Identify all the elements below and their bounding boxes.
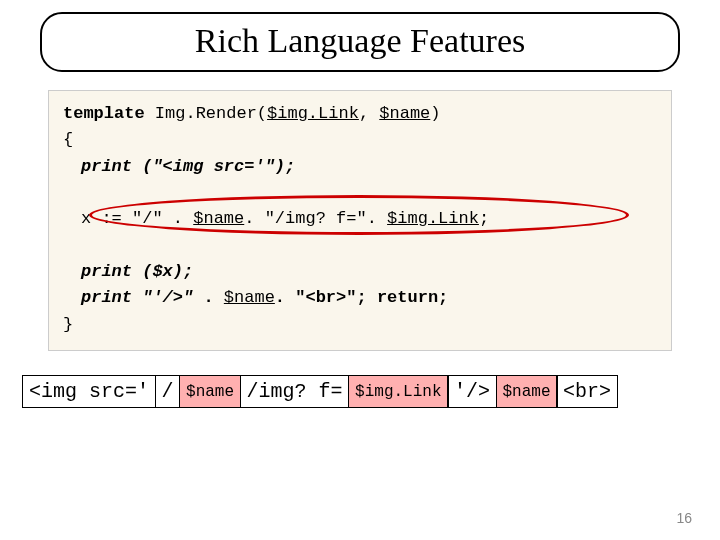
code-line-9: } xyxy=(63,312,657,338)
out-cell-name: $name xyxy=(179,375,241,408)
param-name: $name xyxy=(379,104,430,123)
code-line-5: x := "/" . $name. "/img? f=". $img.Link; xyxy=(63,206,657,232)
var-name: $name xyxy=(193,209,244,228)
code-line-1: template Img.Render($img.Link, $name) xyxy=(63,101,657,127)
code-block: template Img.Render($img.Link, $name) { … xyxy=(48,90,672,351)
output-sequence: <img src=' / $name /img? f= $img.Link '/… xyxy=(22,375,698,408)
out-cell-imgsrc: <img src=' xyxy=(22,375,156,408)
code-line-7: print ($x); xyxy=(63,259,657,285)
fn-print: print xyxy=(81,157,132,176)
title-box: Rich Language Features xyxy=(40,12,680,72)
fn-print: print xyxy=(81,288,132,307)
out-cell-imgq: /img? f= xyxy=(240,375,350,408)
keyword-template: template xyxy=(63,104,145,123)
code-blank-1 xyxy=(63,180,657,206)
code-line-8: print "'/>" . $name. "<br>"; return; xyxy=(63,285,657,311)
page-number: 16 xyxy=(676,510,692,526)
out-cell-br: <br> xyxy=(556,375,618,408)
page-title: Rich Language Features xyxy=(195,22,525,59)
param-imglink: $img.Link xyxy=(267,104,359,123)
out-cell-name2: $name xyxy=(496,375,558,408)
code-line-2: { xyxy=(63,127,657,153)
var-name: $name xyxy=(224,288,275,307)
fn-print: print xyxy=(81,262,132,281)
code-line-3: print ("<img src='"); xyxy=(63,154,657,180)
out-cell-imglink: $img.Link xyxy=(348,375,448,408)
code-blank-2 xyxy=(63,233,657,259)
out-cell-slash: / xyxy=(155,375,181,408)
var-imglink: $img.Link xyxy=(387,209,479,228)
out-cell-close: '/> xyxy=(447,375,497,408)
